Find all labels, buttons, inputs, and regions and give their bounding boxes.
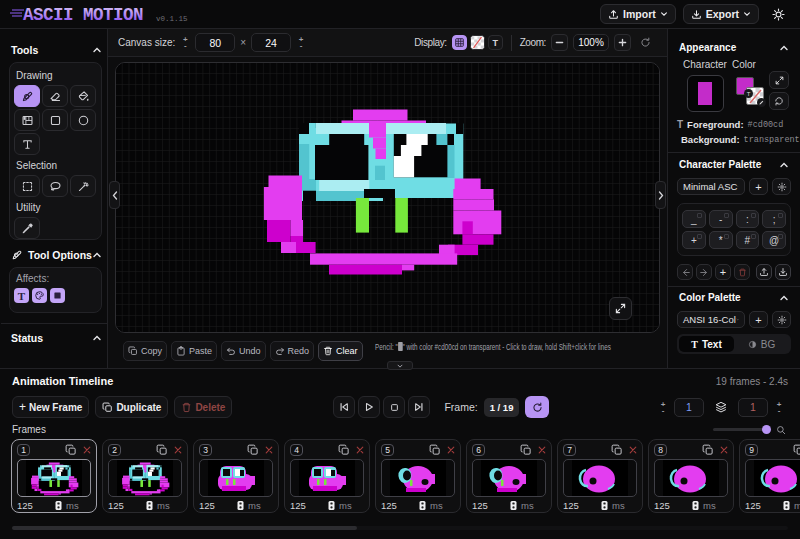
svg-text:ASCII MOTION: ASCII MOTION: [23, 5, 143, 25]
svg-text:v0.1.15: v0.1.15: [156, 15, 188, 23]
